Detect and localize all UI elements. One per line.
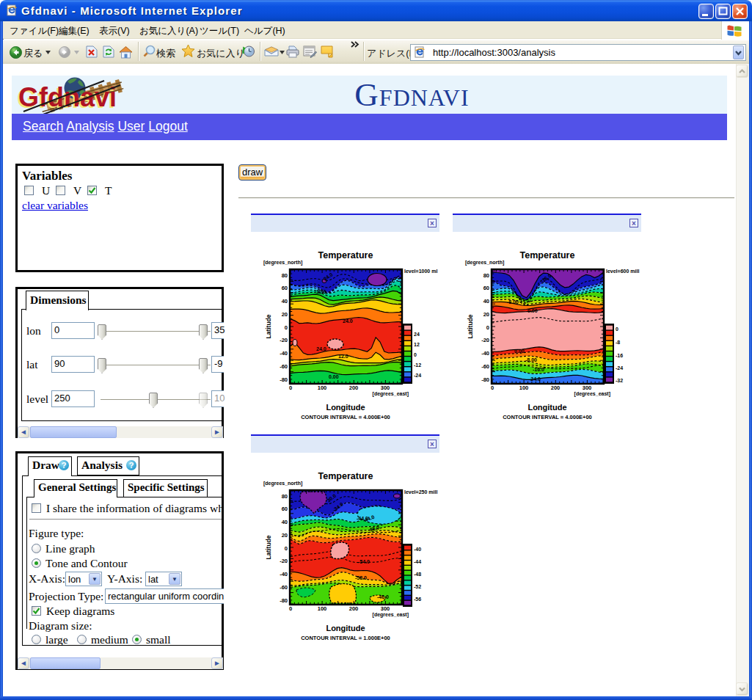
svg-text:0.00: 0.00 <box>528 308 538 313</box>
svg-text:level=600 mill: level=600 mill <box>606 269 639 274</box>
svg-text:Latitude: Latitude <box>265 314 272 338</box>
svg-text:0: 0 <box>414 352 417 357</box>
svg-text:-24.0: -24.0 <box>529 376 541 382</box>
svg-text:0: 0 <box>491 384 494 391</box>
svg-text:300: 300 <box>381 605 390 612</box>
svg-text:100: 100 <box>318 605 327 612</box>
svg-text:level=250 mill: level=250 mill <box>404 489 437 495</box>
svg-text:-12: -12 <box>414 362 421 368</box>
svg-text:40: 40 <box>282 519 288 525</box>
svg-text:[degrees_north]: [degrees_north] <box>263 260 302 266</box>
svg-text:-40: -40 <box>280 571 288 577</box>
svg-text:Latitude: Latitude <box>265 535 272 559</box>
svg-text:0.00: 0.00 <box>329 374 339 379</box>
svg-text:-32: -32 <box>616 378 623 383</box>
svg-text:-40: -40 <box>414 547 421 552</box>
svg-text:80: 80 <box>483 272 489 279</box>
svg-text:-16.0: -16.0 <box>533 367 544 372</box>
svg-text:-20: -20 <box>481 337 489 343</box>
svg-text:CONTOUR INTERVAL = 4.000E+00: CONTOUR INTERVAL = 4.000E+00 <box>301 414 390 420</box>
svg-text:-60: -60 <box>481 363 489 370</box>
svg-text:Temperature: Temperature <box>520 250 575 260</box>
svg-text:24.0: 24.0 <box>316 346 326 351</box>
svg-text:[degrees_north]: [degrees_north] <box>465 260 504 266</box>
svg-text:-20: -20 <box>280 337 288 343</box>
svg-text:200: 200 <box>349 605 359 612</box>
svg-text:-54.0: -54.0 <box>358 559 370 564</box>
svg-text:-16: -16 <box>616 353 623 358</box>
svg-text:Longitude: Longitude <box>326 624 365 632</box>
svg-text:12.0: 12.0 <box>316 289 326 294</box>
svg-text:-44: -44 <box>414 559 421 564</box>
svg-text:100: 100 <box>318 384 327 391</box>
svg-text:Longitude: Longitude <box>326 403 365 412</box>
svg-text:60: 60 <box>483 285 489 291</box>
svg-text:100: 100 <box>519 384 529 391</box>
svg-text:-48: -48 <box>414 572 421 577</box>
svg-text:60: 60 <box>282 285 288 291</box>
svg-text:-44.0: -44.0 <box>357 516 368 521</box>
svg-text:-52: -52 <box>414 584 421 589</box>
svg-text:-80: -80 <box>481 376 489 383</box>
svg-text:40: 40 <box>282 298 288 305</box>
svg-text:300: 300 <box>381 384 390 391</box>
svg-text:[degrees_north]: [degrees_north] <box>263 481 302 486</box>
svg-text:80: 80 <box>282 272 288 279</box>
svg-text:200: 200 <box>551 384 561 391</box>
svg-text:0: 0 <box>285 545 288 552</box>
svg-text:-40: -40 <box>481 350 489 357</box>
svg-text:0: 0 <box>616 327 618 332</box>
svg-text:CONTOUR INTERVAL = 4.000E+00: CONTOUR INTERVAL = 4.000E+00 <box>503 414 592 420</box>
svg-text:-8.00: -8.00 <box>525 357 537 362</box>
svg-text:-24: -24 <box>616 365 623 371</box>
svg-text:-24: -24 <box>414 373 421 378</box>
svg-text:0.00: 0.00 <box>514 349 525 354</box>
svg-text:Temperature: Temperature <box>318 250 373 260</box>
svg-text:[degrees_east]: [degrees_east] <box>574 391 610 397</box>
svg-text:12: 12 <box>414 342 420 347</box>
svg-text:-40: -40 <box>280 350 288 357</box>
svg-text:0: 0 <box>289 384 292 391</box>
svg-text:40: 40 <box>483 298 489 305</box>
svg-text:24.0: 24.0 <box>343 318 353 324</box>
svg-text:[degrees_east]: [degrees_east] <box>373 612 409 618</box>
svg-text:-8: -8 <box>616 340 620 345</box>
svg-text:-80: -80 <box>280 376 288 383</box>
svg-text:-20: -20 <box>280 558 288 564</box>
svg-text:-58.0: -58.0 <box>355 575 367 580</box>
svg-text:20: 20 <box>282 532 288 539</box>
svg-text:20: 20 <box>282 311 288 318</box>
svg-text:-8.00: -8.00 <box>507 299 519 305</box>
svg-text:Temperature: Temperature <box>318 471 373 481</box>
svg-text:20: 20 <box>483 311 489 318</box>
svg-text:60: 60 <box>282 506 288 512</box>
svg-text:200: 200 <box>349 384 359 391</box>
svg-text:80: 80 <box>282 493 288 500</box>
svg-text:CONTOUR INTERVAL = 1.000E+00: CONTOUR INTERVAL = 1.000E+00 <box>301 635 390 641</box>
svg-text:0: 0 <box>289 605 292 612</box>
svg-text:24: 24 <box>414 332 420 337</box>
svg-text:Latitude: Latitude <box>467 314 474 338</box>
svg-text:12.0: 12.0 <box>338 354 348 359</box>
svg-text:-56: -56 <box>414 597 421 602</box>
svg-text:level=1000 ml: level=1000 ml <box>404 269 437 274</box>
svg-text:-80: -80 <box>280 597 288 604</box>
svg-text:-60: -60 <box>280 584 288 591</box>
svg-text:300: 300 <box>583 384 592 391</box>
svg-text:-60: -60 <box>280 363 288 370</box>
svg-text:-46.0: -46.0 <box>377 594 389 599</box>
svg-text:0: 0 <box>486 324 489 331</box>
svg-text:0: 0 <box>285 324 288 331</box>
svg-text:[degrees_east]: [degrees_east] <box>373 391 409 397</box>
svg-text:Longitude: Longitude <box>528 403 566 412</box>
